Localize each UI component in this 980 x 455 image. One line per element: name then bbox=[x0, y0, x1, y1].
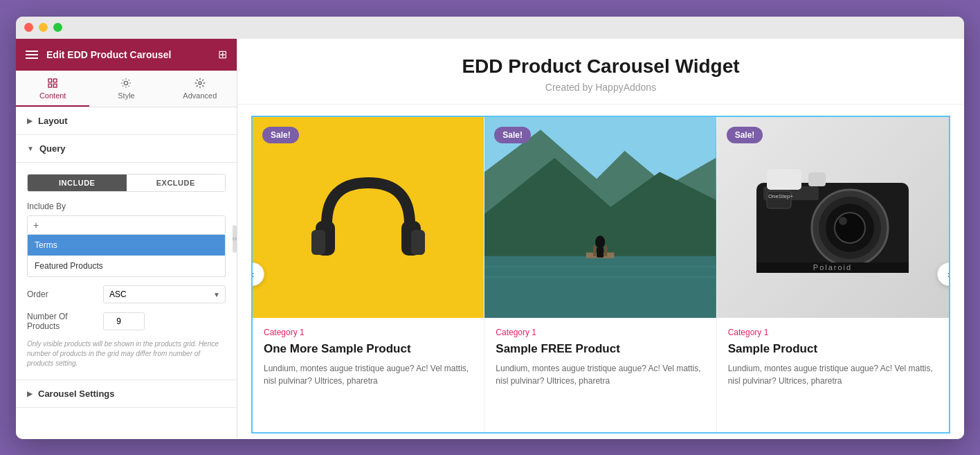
svg-rect-0 bbox=[48, 79, 52, 82]
product-image-3: Sale! bbox=[717, 117, 949, 318]
search-input-wrapper: + bbox=[27, 215, 226, 235]
main-window: Edit EDD Product Carousel ⊞ Content Styl… bbox=[16, 17, 964, 439]
tab-advanced[interactable]: Advanced bbox=[163, 71, 237, 107]
order-select-wrapper: ASC DESC ▼ bbox=[103, 285, 226, 303]
carousel-settings-label: Carousel Settings bbox=[38, 389, 115, 399]
carousel-border: ‹ Sale! bbox=[251, 116, 950, 434]
right-panel: EDD Product Carousel Widget Created by H… bbox=[237, 39, 964, 439]
panel-title: Edit EDD Product Carousel bbox=[46, 49, 210, 60]
product-card-1: Sale! Ca bbox=[253, 117, 484, 432]
help-text: Only visible products will be shown in t… bbox=[27, 339, 226, 368]
carousel-settings-header[interactable]: ▶ Carousel Settings bbox=[16, 380, 237, 408]
svg-rect-17 bbox=[593, 245, 596, 256]
svg-rect-9 bbox=[411, 230, 425, 255]
panel-header: Edit EDD Product Carousel ⊞ bbox=[16, 39, 237, 71]
product-info-3: Category 1 Sample Product Lundium, monte… bbox=[717, 318, 949, 432]
include-exclude-toggle: INCLUDE EXCLUDE bbox=[27, 174, 226, 192]
query-section-header[interactable]: ▼ Query bbox=[16, 135, 237, 163]
order-select[interactable]: ASC DESC bbox=[103, 285, 226, 303]
lake-svg bbox=[484, 117, 716, 318]
resize-handle[interactable]: ‹› bbox=[233, 39, 237, 439]
product-name-1: One More Sample Product bbox=[264, 341, 473, 357]
resize-grip-icon: ‹› bbox=[233, 225, 237, 253]
svg-text:Polaroid: Polaroid bbox=[813, 263, 852, 271]
tab-content-label: Content bbox=[39, 91, 66, 100]
minimize-button[interactable] bbox=[39, 23, 48, 32]
widget-header: EDD Product Carousel Widget Created by H… bbox=[237, 39, 964, 105]
svg-rect-1 bbox=[53, 79, 57, 82]
order-row: Order ASC DESC ▼ bbox=[27, 285, 226, 303]
number-products-input[interactable] bbox=[103, 312, 145, 330]
sale-badge-1: Sale! bbox=[262, 127, 299, 143]
panel-tabs: Content Style Advanced bbox=[16, 71, 237, 107]
tab-style[interactable]: Style bbox=[89, 71, 163, 107]
svg-point-4 bbox=[125, 81, 128, 84]
tab-advanced-label: Advanced bbox=[183, 91, 217, 100]
plus-icon: + bbox=[33, 220, 39, 231]
camera-svg: Polaroid OneStep+ bbox=[743, 148, 923, 287]
titlebar bbox=[16, 17, 964, 39]
next-arrow-icon: › bbox=[947, 269, 950, 280]
svg-rect-13 bbox=[484, 256, 716, 317]
include-by-label: Include By bbox=[27, 202, 226, 211]
widget-title: EDD Product Carousel Widget bbox=[265, 55, 936, 78]
svg-point-29 bbox=[839, 217, 847, 225]
svg-rect-20 bbox=[597, 247, 604, 257]
product-name-3: Sample Product bbox=[728, 341, 938, 357]
carousel-arrow-icon: ▶ bbox=[27, 390, 33, 398]
svg-rect-23 bbox=[808, 172, 826, 186]
layout-section-header[interactable]: ▶ Layout bbox=[16, 107, 237, 135]
include-button[interactable]: INCLUDE bbox=[28, 175, 127, 191]
tab-content[interactable]: Content bbox=[16, 71, 89, 107]
product-card-2: Sale! bbox=[484, 117, 716, 432]
search-input[interactable] bbox=[42, 220, 219, 230]
product-category-1: Category 1 bbox=[264, 328, 473, 337]
svg-text:OneStep+: OneStep+ bbox=[768, 193, 794, 199]
grid-icon[interactable]: ⊞ bbox=[218, 48, 227, 61]
query-label: Query bbox=[39, 143, 66, 154]
number-products-row: Number Of Products bbox=[27, 312, 226, 331]
product-category-3: Category 1 bbox=[728, 328, 938, 337]
number-products-label: Number Of Products bbox=[27, 312, 96, 331]
product-image-1: Sale! bbox=[253, 117, 484, 318]
svg-point-19 bbox=[595, 235, 605, 248]
product-info-1: Category 1 One More Sample Product Lundi… bbox=[253, 318, 484, 432]
headphones-svg bbox=[299, 148, 437, 287]
product-desc-1: Lundium, montes augue tristique augue? A… bbox=[264, 362, 473, 387]
svg-rect-2 bbox=[48, 84, 52, 87]
query-section-content: INCLUDE EXCLUDE Include By + Terms bbox=[16, 163, 237, 380]
tab-style-label: Style bbox=[118, 91, 134, 100]
hamburger-icon[interactable] bbox=[26, 51, 38, 59]
product-name-2: Sample FREE Product bbox=[496, 341, 705, 357]
left-panel: Edit EDD Product Carousel ⊞ Content Styl… bbox=[16, 39, 237, 439]
dropdown-terms[interactable]: Terms bbox=[28, 235, 225, 256]
product-card-3: Sale! bbox=[717, 117, 949, 432]
sale-badge-2: Sale! bbox=[494, 127, 531, 143]
exclude-button[interactable]: EXCLUDE bbox=[127, 175, 226, 191]
layout-arrow-icon: ▶ bbox=[27, 117, 33, 125]
panel-body: ▶ Layout ▼ Query INCLUDE EXCLUDE Include… bbox=[16, 107, 237, 439]
product-desc-2: Lundium, montes augue tristique augue? A… bbox=[496, 362, 705, 387]
dropdown-featured-products[interactable]: Featured Products bbox=[28, 256, 225, 276]
prev-arrow-icon: ‹ bbox=[251, 269, 254, 280]
product-category-2: Category 1 bbox=[496, 328, 705, 337]
product-image-2: Sale! bbox=[484, 117, 716, 318]
close-button[interactable] bbox=[24, 23, 33, 32]
maximize-button[interactable] bbox=[53, 23, 62, 32]
svg-point-5 bbox=[199, 82, 201, 84]
products-grid: Sale! Ca bbox=[253, 117, 949, 432]
carousel-area: ‹ Sale! bbox=[237, 105, 964, 439]
sale-badge-3: Sale! bbox=[727, 127, 763, 143]
order-label: Order bbox=[27, 289, 96, 299]
svg-rect-18 bbox=[605, 245, 608, 256]
svg-rect-3 bbox=[53, 84, 57, 87]
main-content: Edit EDD Product Carousel ⊞ Content Styl… bbox=[16, 39, 964, 439]
dropdown-list: Terms Featured Products bbox=[27, 235, 226, 277]
product-info-2: Category 1 Sample FREE Product Lundium, … bbox=[484, 318, 716, 432]
svg-point-28 bbox=[835, 213, 865, 243]
product-desc-3: Lundium, montes augue tristique augue? A… bbox=[728, 362, 938, 387]
layout-label: Layout bbox=[38, 116, 68, 126]
svg-rect-8 bbox=[311, 230, 325, 255]
query-arrow-icon: ▼ bbox=[27, 145, 34, 152]
widget-subtitle: Created by HappyAddons bbox=[265, 82, 936, 93]
